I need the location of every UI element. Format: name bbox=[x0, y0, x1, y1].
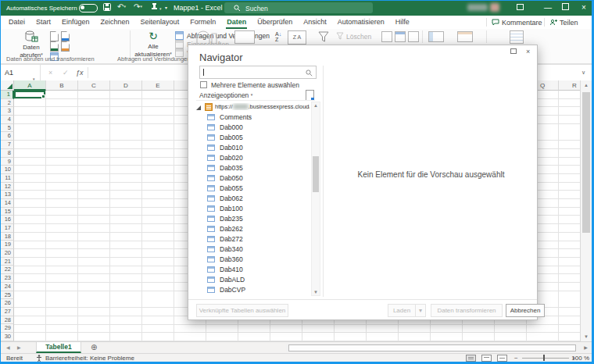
ribbon-tab-zeichnen[interactable]: Zeichnen bbox=[95, 16, 135, 29]
zoom-level[interactable]: 100 % bbox=[571, 355, 589, 362]
refresh-all-button[interactable]: ↻ Alle aktualisieren▾ bbox=[134, 30, 172, 58]
sheet-tab-tabelle1[interactable]: Tabelle1 bbox=[36, 342, 81, 353]
row-header-6[interactable]: 6 bbox=[0, 132, 14, 141]
stocks-data-type-icon[interactable] bbox=[234, 30, 255, 44]
ribbon-tab-hilfe[interactable]: Hilfe bbox=[390, 16, 415, 29]
add-sheet-icon[interactable]: ⊕ bbox=[91, 343, 97, 352]
autosave-toggle[interactable] bbox=[79, 4, 98, 12]
row-header-28[interactable]: 28 bbox=[0, 316, 14, 325]
row-header-22[interactable]: 22 bbox=[0, 266, 14, 274]
outline-group-icon[interactable] bbox=[510, 30, 524, 44]
ribbon-tab-automatisieren[interactable]: Automatisieren bbox=[332, 16, 390, 29]
ribbon-tab-daten[interactable]: Daten bbox=[221, 16, 252, 29]
row-header-27[interactable]: 27 bbox=[0, 308, 14, 316]
recent-sources-icon[interactable] bbox=[61, 41, 70, 52]
navigator-item-dab050[interactable]: Dab050 bbox=[188, 173, 311, 184]
scroll-up-icon[interactable]: ▲ bbox=[312, 103, 320, 108]
row-header-19[interactable]: 19 bbox=[0, 241, 14, 249]
row-header-11[interactable]: 11 bbox=[0, 174, 14, 183]
text-to-columns-icon[interactable] bbox=[381, 31, 392, 42]
remove-duplicates-icon[interactable] bbox=[395, 31, 406, 42]
redo-icon[interactable]: ↷▾ bbox=[134, 2, 142, 11]
page-break-view-icon[interactable] bbox=[497, 355, 507, 362]
format-painter-caret[interactable]: ▾ bbox=[159, 6, 162, 11]
sort-az-icon[interactable]: A↓Z bbox=[275, 31, 281, 42]
filter-icon[interactable] bbox=[317, 30, 330, 43]
search-box[interactable]: Suchen bbox=[224, 2, 373, 13]
save-icon[interactable] bbox=[103, 3, 111, 11]
tree-root-source[interactable]: https://.businessexpress.cloud/a... bbox=[215, 103, 310, 110]
comments-button[interactable]: Kommentare bbox=[481, 17, 542, 27]
from-web-icon[interactable] bbox=[61, 31, 70, 41]
previous-sheet-icon[interactable]: ◀ bbox=[6, 344, 10, 350]
flash-fill-icon[interactable] bbox=[428, 31, 444, 42]
navigator-item-dab020[interactable]: Dab020 bbox=[188, 153, 311, 163]
row-header-14[interactable]: 14 bbox=[0, 199, 14, 208]
ribbon-tab-datei[interactable]: Datei bbox=[3, 16, 30, 29]
zoom-out-icon[interactable]: − bbox=[514, 355, 518, 362]
selected-cell-a1[interactable] bbox=[14, 91, 45, 98]
data-validation-icon[interactable] bbox=[408, 31, 419, 42]
row-header-29[interactable]: 29 bbox=[0, 324, 14, 333]
ribbon-tab-einfügen[interactable]: Einfügen bbox=[56, 16, 95, 29]
undo-icon[interactable]: ↶▾ bbox=[117, 2, 126, 11]
navigator-item-dabald[interactable]: DabALD bbox=[188, 275, 311, 285]
column-header-B[interactable]: B bbox=[46, 80, 78, 91]
from-text-csv-icon[interactable] bbox=[50, 31, 59, 41]
close-button[interactable]: × bbox=[575, 0, 592, 16]
get-data-button[interactable]: Daten abrufen▾ bbox=[14, 30, 48, 59]
refresh-preview-icon[interactable] bbox=[306, 90, 314, 101]
normal-view-icon[interactable] bbox=[466, 355, 476, 362]
vertical-scrollbar[interactable]: ▲ ▼ bbox=[580, 80, 592, 341]
row-header-30[interactable]: 30 bbox=[0, 333, 14, 341]
minimize-button[interactable]: — bbox=[539, 0, 556, 16]
expand-collapse-icon[interactable] bbox=[196, 105, 201, 110]
zoom-slider-thumb[interactable] bbox=[543, 355, 545, 361]
ribbon-display-options-icon[interactable] bbox=[511, 0, 528, 16]
row-header-24[interactable]: 24 bbox=[0, 283, 14, 291]
fill-handle[interactable] bbox=[41, 95, 45, 98]
list-scroll-thumb[interactable] bbox=[313, 156, 319, 192]
scroll-right-icon[interactable]: ▶ bbox=[580, 344, 592, 352]
row-header-13[interactable]: 13 bbox=[0, 191, 14, 199]
navigator-item-dab055[interactable]: Dab055 bbox=[188, 184, 311, 194]
navigator-item-dab360[interactable]: Dab360 bbox=[188, 255, 311, 265]
queries-connections-button[interactable]: Abfragen und Verbindungen bbox=[175, 31, 270, 40]
ribbon-tab-formeln[interactable]: Formeln bbox=[184, 16, 221, 29]
row-header-23[interactable]: 23 bbox=[0, 274, 14, 283]
next-sheet-icon[interactable]: ▶ bbox=[17, 344, 21, 350]
navigator-item-dab005[interactable]: Dab005 bbox=[188, 133, 311, 143]
scroll-down-icon[interactable]: ▼ bbox=[312, 290, 320, 294]
sort-dialog-icon[interactable]: Z A bbox=[288, 30, 306, 45]
scroll-up-icon[interactable]: ▲ bbox=[581, 83, 592, 87]
navigator-search-input[interactable] bbox=[199, 66, 317, 79]
navigator-item-dab410[interactable]: Dab410 bbox=[188, 265, 311, 275]
expand-formula-bar-icon[interactable]: ∨ bbox=[581, 65, 585, 80]
row-header-8[interactable]: 8 bbox=[0, 149, 14, 158]
qat-customize-icon[interactable]: ▾ bbox=[165, 5, 167, 10]
column-header-A[interactable]: A bbox=[14, 80, 46, 91]
horizontal-scroll-thumb[interactable] bbox=[288, 344, 576, 352]
column-header-D[interactable]: D bbox=[110, 80, 142, 91]
row-header-15[interactable]: 15 bbox=[0, 208, 14, 216]
column-header-C[interactable]: C bbox=[78, 80, 110, 91]
row-header-4[interactable]: 4 bbox=[0, 116, 14, 124]
name-box[interactable]: A1▾ bbox=[0, 65, 41, 80]
navigator-item-dab272[interactable]: Dab272 bbox=[188, 234, 311, 244]
from-table-range-icon[interactable] bbox=[50, 41, 59, 52]
navigator-item-dab062[interactable]: Dab062 bbox=[188, 194, 311, 204]
accessibility-status[interactable]: Barrierefreiheit: Keine Probleme bbox=[45, 355, 134, 362]
horizontal-scrollbar[interactable] bbox=[286, 344, 580, 352]
navigator-item-dabcvp[interactable]: DabCVP bbox=[188, 285, 311, 295]
display-options-dropdown[interactable]: Anzeigeoptionen ▾ bbox=[199, 91, 252, 99]
vertical-scroll-thumb[interactable] bbox=[582, 92, 590, 233]
row-header-18[interactable]: 18 bbox=[0, 233, 14, 241]
list-scrollbar[interactable]: ▲ ▼ bbox=[311, 102, 320, 296]
navigator-item-dab010[interactable]: Dab010 bbox=[188, 143, 311, 153]
row-header-26[interactable]: 26 bbox=[0, 299, 14, 308]
row-header-7[interactable]: 7 bbox=[0, 141, 14, 149]
maximize-button[interactable] bbox=[556, 0, 574, 16]
ribbon-tab-ansicht[interactable]: Ansicht bbox=[298, 16, 332, 29]
scroll-down-icon[interactable]: ▼ bbox=[581, 334, 592, 339]
ribbon-tab-start[interactable]: Start bbox=[30, 16, 56, 29]
